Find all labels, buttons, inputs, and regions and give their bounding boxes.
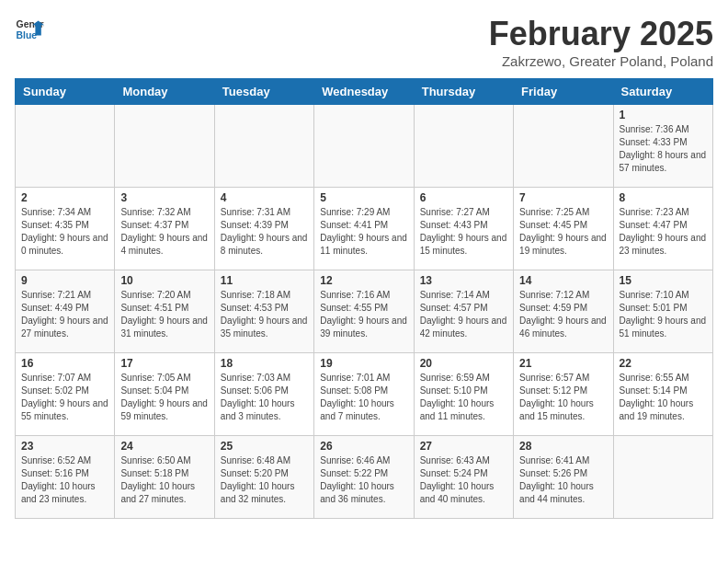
day-info: Sunrise: 7:21 AM Sunset: 4:49 PM Dayligh…: [21, 289, 108, 340]
calendar-cell: 13Sunrise: 7:14 AM Sunset: 4:57 PM Dayli…: [414, 270, 513, 353]
calendar-cell: 5Sunrise: 7:29 AM Sunset: 4:41 PM Daylig…: [314, 188, 414, 270]
calendar-cell: 22Sunrise: 6:55 AM Sunset: 5:14 PM Dayli…: [613, 353, 712, 436]
calendar-cell: [314, 105, 414, 188]
weekday-header-sunday: Sunday: [16, 79, 115, 105]
weekday-header-tuesday: Tuesday: [214, 79, 313, 105]
weekday-header-saturday: Saturday: [613, 79, 712, 105]
logo: General Blue: [15, 15, 44, 44]
week-row-5: 23Sunrise: 6:52 AM Sunset: 5:16 PM Dayli…: [16, 436, 713, 519]
day-number: 20: [420, 357, 507, 370]
calendar-cell: [514, 105, 613, 188]
calendar-cell: 17Sunrise: 7:05 AM Sunset: 5:04 PM Dayli…: [115, 353, 214, 436]
day-info: Sunrise: 7:34 AM Sunset: 4:35 PM Dayligh…: [21, 206, 108, 258]
logo-icon: General Blue: [15, 15, 44, 44]
calendar-cell: [214, 105, 313, 188]
calendar-cell: 2Sunrise: 7:34 AM Sunset: 4:35 PM Daylig…: [16, 188, 115, 270]
day-number: 7: [519, 191, 607, 204]
day-number: 17: [120, 357, 208, 370]
day-info: Sunrise: 6:46 AM Sunset: 5:22 PM Dayligh…: [320, 454, 407, 506]
main-title: February 2025: [489, 15, 713, 53]
day-info: Sunrise: 6:55 AM Sunset: 5:14 PM Dayligh…: [620, 372, 707, 423]
week-row-4: 16Sunrise: 7:07 AM Sunset: 5:02 PM Dayli…: [16, 353, 713, 436]
day-info: Sunrise: 6:59 AM Sunset: 5:10 PM Dayligh…: [420, 372, 507, 423]
day-number: 18: [221, 357, 308, 370]
day-info: Sunrise: 7:05 AM Sunset: 5:04 PM Dayligh…: [120, 372, 208, 423]
calendar-table: SundayMondayTuesdayWednesdayThursdayFrid…: [15, 78, 713, 519]
day-info: Sunrise: 7:32 AM Sunset: 4:37 PM Dayligh…: [120, 206, 208, 258]
day-info: Sunrise: 7:36 AM Sunset: 4:33 PM Dayligh…: [620, 123, 707, 175]
weekday-header-row: SundayMondayTuesdayWednesdayThursdayFrid…: [16, 79, 713, 105]
day-number: 19: [320, 357, 407, 370]
day-number: 23: [21, 440, 108, 453]
calendar-cell: 14Sunrise: 7:12 AM Sunset: 4:59 PM Dayli…: [514, 270, 613, 353]
day-info: Sunrise: 6:50 AM Sunset: 5:18 PM Dayligh…: [120, 454, 208, 506]
day-number: 28: [519, 440, 607, 453]
day-info: Sunrise: 6:52 AM Sunset: 5:16 PM Dayligh…: [21, 454, 108, 506]
svg-text:Blue: Blue: [17, 30, 38, 40]
calendar-cell: 19Sunrise: 7:01 AM Sunset: 5:08 PM Dayli…: [314, 353, 414, 436]
header: General Blue February 2025 Zakrzewo, Gre…: [15, 15, 713, 69]
calendar-cell: 23Sunrise: 6:52 AM Sunset: 5:16 PM Dayli…: [16, 436, 115, 519]
calendar-cell: 18Sunrise: 7:03 AM Sunset: 5:06 PM Dayli…: [214, 353, 313, 436]
calendar-cell: 25Sunrise: 6:48 AM Sunset: 5:20 PM Dayli…: [214, 436, 313, 519]
calendar-cell: 24Sunrise: 6:50 AM Sunset: 5:18 PM Dayli…: [115, 436, 214, 519]
day-number: 11: [221, 274, 308, 287]
day-number: 6: [420, 191, 507, 204]
day-info: Sunrise: 7:29 AM Sunset: 4:41 PM Dayligh…: [320, 206, 407, 258]
day-number: 24: [120, 440, 208, 453]
calendar-cell: 28Sunrise: 6:41 AM Sunset: 5:26 PM Dayli…: [514, 436, 613, 519]
weekday-header-thursday: Thursday: [414, 79, 513, 105]
day-info: Sunrise: 6:48 AM Sunset: 5:20 PM Dayligh…: [221, 454, 308, 506]
day-number: 12: [320, 274, 407, 287]
calendar-cell: [16, 105, 115, 188]
calendar-cell: 1Sunrise: 7:36 AM Sunset: 4:33 PM Daylig…: [613, 105, 712, 188]
day-number: 5: [320, 191, 407, 204]
day-info: Sunrise: 7:16 AM Sunset: 4:55 PM Dayligh…: [320, 289, 407, 340]
day-number: 9: [21, 274, 108, 287]
day-number: 10: [120, 274, 208, 287]
day-number: 22: [620, 357, 707, 370]
day-number: 21: [519, 357, 607, 370]
day-info: Sunrise: 7:07 AM Sunset: 5:02 PM Dayligh…: [21, 372, 108, 423]
calendar-cell: 4Sunrise: 7:31 AM Sunset: 4:39 PM Daylig…: [214, 188, 313, 270]
day-info: Sunrise: 7:27 AM Sunset: 4:43 PM Dayligh…: [420, 206, 507, 258]
day-number: 26: [320, 440, 407, 453]
day-info: Sunrise: 7:03 AM Sunset: 5:06 PM Dayligh…: [221, 372, 308, 423]
week-row-3: 9Sunrise: 7:21 AM Sunset: 4:49 PM Daylig…: [16, 270, 713, 353]
day-info: Sunrise: 7:10 AM Sunset: 5:01 PM Dayligh…: [620, 289, 707, 340]
day-info: Sunrise: 7:01 AM Sunset: 5:08 PM Dayligh…: [320, 372, 407, 423]
day-number: 27: [420, 440, 507, 453]
calendar-cell: [414, 105, 513, 188]
day-info: Sunrise: 7:12 AM Sunset: 4:59 PM Dayligh…: [519, 289, 607, 340]
calendar-cell: 7Sunrise: 7:25 AM Sunset: 4:45 PM Daylig…: [514, 188, 613, 270]
weekday-header-monday: Monday: [115, 79, 214, 105]
week-row-1: 1Sunrise: 7:36 AM Sunset: 4:33 PM Daylig…: [16, 105, 713, 188]
calendar-cell: 10Sunrise: 7:20 AM Sunset: 4:51 PM Dayli…: [115, 270, 214, 353]
calendar-cell: 16Sunrise: 7:07 AM Sunset: 5:02 PM Dayli…: [16, 353, 115, 436]
weekday-header-wednesday: Wednesday: [314, 79, 414, 105]
day-number: 25: [221, 440, 308, 453]
calendar-cell: 21Sunrise: 6:57 AM Sunset: 5:12 PM Dayli…: [514, 353, 613, 436]
calendar-cell: 6Sunrise: 7:27 AM Sunset: 4:43 PM Daylig…: [414, 188, 513, 270]
subtitle: Zakrzewo, Greater Poland, Poland: [489, 53, 713, 69]
day-number: 16: [21, 357, 108, 370]
day-info: Sunrise: 7:18 AM Sunset: 4:53 PM Dayligh…: [221, 289, 308, 340]
day-number: 14: [519, 274, 607, 287]
day-info: Sunrise: 7:14 AM Sunset: 4:57 PM Dayligh…: [420, 289, 507, 340]
day-info: Sunrise: 7:31 AM Sunset: 4:39 PM Dayligh…: [221, 206, 308, 258]
day-info: Sunrise: 7:25 AM Sunset: 4:45 PM Dayligh…: [519, 206, 607, 258]
week-row-2: 2Sunrise: 7:34 AM Sunset: 4:35 PM Daylig…: [16, 188, 713, 270]
day-number: 15: [620, 274, 707, 287]
weekday-header-friday: Friday: [514, 79, 613, 105]
title-block: February 2025 Zakrzewo, Greater Poland, …: [489, 15, 713, 69]
calendar-cell: 3Sunrise: 7:32 AM Sunset: 4:37 PM Daylig…: [115, 188, 214, 270]
day-number: 1: [620, 109, 707, 121]
calendar-cell: 9Sunrise: 7:21 AM Sunset: 4:49 PM Daylig…: [16, 270, 115, 353]
day-number: 13: [420, 274, 507, 287]
day-info: Sunrise: 6:41 AM Sunset: 5:26 PM Dayligh…: [519, 454, 607, 506]
day-number: 8: [620, 191, 707, 204]
calendar-cell: [613, 436, 712, 519]
calendar-cell: 27Sunrise: 6:43 AM Sunset: 5:24 PM Dayli…: [414, 436, 513, 519]
day-info: Sunrise: 6:57 AM Sunset: 5:12 PM Dayligh…: [519, 372, 607, 423]
calendar-cell: 12Sunrise: 7:16 AM Sunset: 4:55 PM Dayli…: [314, 270, 414, 353]
